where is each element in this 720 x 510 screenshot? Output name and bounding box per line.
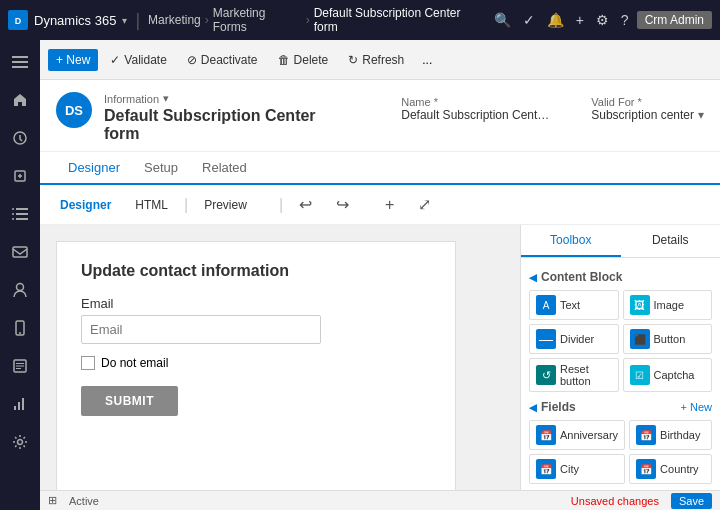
app-brand[interactable]: D Dynamics 365 ▾ xyxy=(8,10,127,30)
toolbox-button-item[interactable]: ⬛ Button xyxy=(623,324,713,354)
sidebar-notes-icon[interactable] xyxy=(2,348,38,384)
delete-button[interactable]: 🗑 Delete xyxy=(270,49,337,71)
name-field-value[interactable]: Default Subscription Cente... xyxy=(401,108,551,122)
save-button[interactable]: Save xyxy=(671,493,712,509)
reset-label: Reset button xyxy=(560,363,612,387)
valid-for-label: Valid For * xyxy=(591,96,704,108)
content-block-grid: A Text 🖼 Image — Divider xyxy=(529,290,712,392)
d-tab-html[interactable]: HTML xyxy=(127,194,176,216)
email-input[interactable] xyxy=(81,315,321,344)
more-options-button[interactable]: ... xyxy=(416,49,438,71)
d-separator: | xyxy=(184,196,188,214)
svg-rect-9 xyxy=(16,208,28,210)
sidebar-phone-icon[interactable] xyxy=(2,310,38,346)
toolbox-panel: Toolbox Details ◀ Content Block xyxy=(520,225,720,490)
record-tabs: Designer Setup Related xyxy=(40,152,720,185)
chevron-down-icon[interactable]: ▾ xyxy=(163,92,169,105)
help-icon[interactable]: ? xyxy=(621,12,629,28)
gear-icon[interactable]: ⚙ xyxy=(596,12,609,28)
svg-point-18 xyxy=(19,332,21,334)
content-block-section-header: ◀ Content Block xyxy=(529,270,712,284)
page-header: DS Information ▾ Default Subscription Ce… xyxy=(40,80,720,152)
toolbox-tab-toolbox[interactable]: Toolbox xyxy=(521,225,621,257)
undo-button[interactable]: ↩ xyxy=(291,191,320,218)
sidebar-list-icon[interactable] xyxy=(2,196,38,232)
fields-grid: 📅 Anniversary 📅 Birthday 📅 xyxy=(529,420,712,484)
new-field-link[interactable]: + New xyxy=(681,401,713,413)
designer-toolbar: Designer HTML | Preview | ↩ ↪ + ⤢ xyxy=(40,185,720,225)
bell-icon[interactable]: 🔔 xyxy=(547,12,564,28)
toolbox-captcha-item[interactable]: ☑ Captcha xyxy=(623,358,713,392)
captcha-icon: ☑ xyxy=(630,365,650,385)
captcha-label: Captcha xyxy=(654,369,695,381)
refresh-button[interactable]: ↻ Refresh xyxy=(340,49,412,71)
deactivate-button[interactable]: ⊘ Deactivate xyxy=(179,49,266,71)
user-menu[interactable]: Crm Admin xyxy=(637,11,712,29)
breadcrumb: Marketing › Marketing Forms › Default Su… xyxy=(148,6,486,34)
deactivate-icon: ⊘ xyxy=(187,53,197,67)
validate-button[interactable]: ✓ Validate xyxy=(102,49,174,71)
svg-rect-10 xyxy=(16,213,28,215)
tab-setup[interactable]: Setup xyxy=(132,152,190,185)
sidebar-analytics-icon[interactable] xyxy=(2,386,38,422)
toolbox-country-item[interactable]: 📅 Country xyxy=(629,454,712,484)
content-block-title: ◀ Content Block xyxy=(529,270,622,284)
toolbox-birthday-item[interactable]: 📅 Birthday xyxy=(629,420,712,450)
nav-icon-group: 🔍 ✓ 🔔 + ⚙ ? xyxy=(494,12,629,28)
form-canvas: Update contact information Email Do not … xyxy=(56,241,456,490)
button-label: Button xyxy=(654,333,686,345)
do-not-email-checkbox[interactable] xyxy=(81,356,95,370)
record-toolbar: + New ✓ Validate ⊘ Deactivate 🗑 Delete ↻… xyxy=(40,40,720,80)
add-element-button[interactable]: + xyxy=(377,192,402,218)
tab-designer[interactable]: Designer xyxy=(56,152,132,185)
status-label: Active xyxy=(69,495,99,507)
check-icon[interactable]: ✓ xyxy=(523,12,535,28)
sidebar-settings-icon[interactable] xyxy=(2,424,38,460)
breadcrumb-sep1: › xyxy=(205,13,209,27)
submit-button[interactable]: SUBMIT xyxy=(81,386,178,416)
svg-rect-2 xyxy=(12,56,28,58)
sidebar-home-icon[interactable] xyxy=(2,82,38,118)
toolbox-text-item[interactable]: A Text xyxy=(529,290,619,320)
sidebar-menu-icon[interactable] xyxy=(2,44,38,80)
sidebar-email-icon[interactable] xyxy=(2,234,38,270)
breadcrumb-forms[interactable]: Marketing Forms xyxy=(213,6,302,34)
toolbox-tabs: Toolbox Details xyxy=(521,225,720,258)
svg-rect-24 xyxy=(18,402,20,410)
toolbox-city-item[interactable]: 📅 City xyxy=(529,454,625,484)
designer-body: Update contact information Email Do not … xyxy=(40,225,720,490)
d-tab-preview[interactable]: Preview xyxy=(196,194,255,216)
expand-button[interactable]: ⤢ xyxy=(410,191,439,218)
svg-point-16 xyxy=(17,284,24,291)
city-icon: 📅 xyxy=(536,459,556,479)
fields-arrow-icon[interactable]: ◀ xyxy=(529,402,537,413)
svg-point-13 xyxy=(12,213,14,215)
svg-rect-11 xyxy=(16,218,28,220)
left-sidebar xyxy=(0,40,40,510)
search-icon[interactable]: 🔍 xyxy=(494,12,511,28)
anniversary-icon: 📅 xyxy=(536,425,556,445)
chevron-down-icon[interactable]: ▾ xyxy=(698,108,704,122)
reset-icon: ↺ xyxy=(536,365,556,385)
sidebar-pinned-icon[interactable] xyxy=(2,158,38,194)
valid-for-value[interactable]: Subscription center xyxy=(591,108,694,122)
tab-related[interactable]: Related xyxy=(190,152,259,185)
sidebar-recent-icon[interactable] xyxy=(2,120,38,156)
entity-name: Default Subscription Center form xyxy=(104,107,341,143)
toolbox-image-item[interactable]: 🖼 Image xyxy=(623,290,713,320)
validate-icon: ✓ xyxy=(110,53,120,67)
sidebar-contacts-icon[interactable] xyxy=(2,272,38,308)
email-field-group: Email xyxy=(81,296,431,344)
toolbox-tab-details[interactable]: Details xyxy=(621,225,721,257)
new-button[interactable]: + New xyxy=(48,49,98,71)
toolbox-anniversary-item[interactable]: 📅 Anniversary xyxy=(529,420,625,450)
module-name[interactable]: Marketing xyxy=(148,13,201,27)
collapse-arrow-icon[interactable]: ◀ xyxy=(529,272,537,283)
d-tab-designer[interactable]: Designer xyxy=(52,194,119,216)
redo-button[interactable]: ↪ xyxy=(328,191,357,218)
toolbox-reset-item[interactable]: ↺ Reset button xyxy=(529,358,619,392)
svg-point-14 xyxy=(12,218,14,220)
plus-icon[interactable]: + xyxy=(576,12,584,28)
image-label: Image xyxy=(654,299,685,311)
toolbox-divider-item[interactable]: — Divider xyxy=(529,324,619,354)
